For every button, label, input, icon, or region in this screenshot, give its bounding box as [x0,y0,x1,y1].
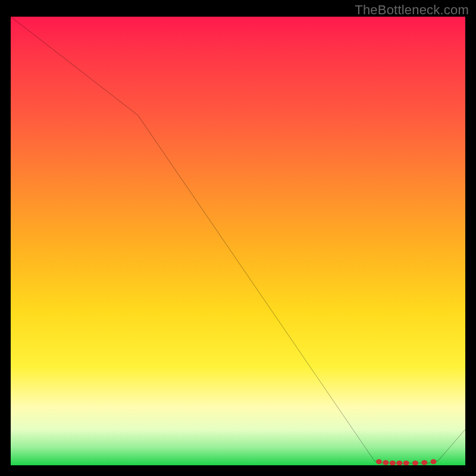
chart-svg [11,17,465,465]
marker-dot [421,460,427,465]
marker-dot [390,461,396,465]
marker-dot [431,459,437,464]
watermark-text: TheBottleneck.com [355,2,469,18]
chart-stage: TheBottleneck.com [0,0,476,476]
marker-dot [383,460,389,465]
curve-line [11,17,465,463]
marker-dot [403,461,409,465]
marker-dot [376,459,382,464]
marker-dot [396,461,402,465]
marker-dot [412,461,418,465]
marker-group [376,459,437,465]
